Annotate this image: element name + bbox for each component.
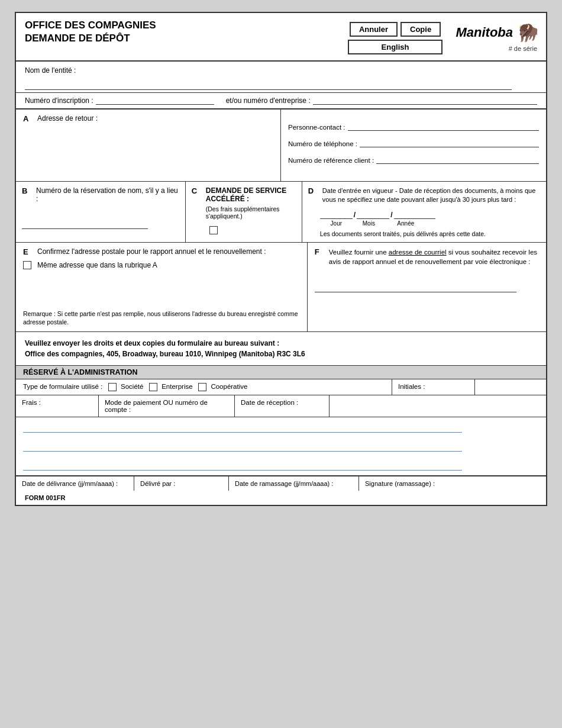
english-button[interactable]: English xyxy=(348,40,443,54)
signature-label: Signature (ramassage) : xyxy=(365,480,435,487)
jour-label: Jour xyxy=(320,220,353,227)
entreprise-field[interactable] xyxy=(313,96,537,105)
serie-label: # de série xyxy=(509,45,537,52)
courriel-field[interactable] xyxy=(315,284,516,292)
date-mois-field[interactable] xyxy=(357,211,389,219)
meme-adresse-checkbox[interactable] xyxy=(23,261,31,269)
send-line2: Office des compagnies, 405, Broadway, bu… xyxy=(25,349,537,359)
section-d-note: Les documents seront traités, puis déliv… xyxy=(320,230,540,237)
section-c-sub: (Des frais supplémentaires s'appliquent.… xyxy=(206,205,296,220)
section-b-label: Numéro de la réservation de nom, s'il y … xyxy=(36,186,179,203)
copie-button[interactable]: Copie xyxy=(400,22,441,37)
section-d-letter: D xyxy=(308,186,318,195)
nom-entite-section: Nom de l'entité : xyxy=(16,62,546,93)
section-c-letter: C xyxy=(192,186,201,195)
mode-label: Mode de paiement OU numéro de compte : xyxy=(105,399,208,413)
admin-header: RÉSERVÉ À L'ADMINISTRATION xyxy=(16,366,546,379)
bison-icon: 🦬 xyxy=(515,22,537,43)
admin-right-span xyxy=(330,395,546,417)
date-jour-field[interactable] xyxy=(320,211,353,219)
entreprise-label: et/ou numéro d'entreprise : xyxy=(226,96,311,105)
inscription-left: Numéro d'inscription : xyxy=(25,96,214,105)
admin-row1: Type de formulaire utilisé : Société Ent… xyxy=(16,379,546,395)
admin-initiales: Initiales : xyxy=(392,379,475,395)
cooperative-label: Coopérative xyxy=(211,383,247,390)
contact-field[interactable] xyxy=(348,123,539,131)
section-d: D Date d'entrée en vigueur - Date de réc… xyxy=(302,182,546,242)
date-delivrance-label: Date de délivrance (jj/mm/aaaa) : xyxy=(22,480,118,487)
section-f-letter: F xyxy=(315,247,324,256)
section-e-letter: E xyxy=(23,247,33,256)
admin-date-reception: Date de réception : xyxy=(235,395,330,417)
section-f-label: Veuillez fournir une adresse de courriel… xyxy=(329,247,539,266)
title-line2: DEMANDE DE DÉPÔT xyxy=(25,33,130,44)
societe-label: Société xyxy=(121,383,143,390)
annee-label: Année xyxy=(385,220,427,227)
delivre-par-label: Délivré par : xyxy=(140,480,175,487)
delivre-par-cell: Délivré par : xyxy=(134,476,229,491)
date-annee-field[interactable] xyxy=(394,211,435,219)
admin-row2: Frais : Mode de paiement OU numéro de co… xyxy=(16,395,546,417)
admin-type: Type de formulaire utilisé : Société Ent… xyxy=(16,379,392,395)
signature-cell: Signature (ramassage) : xyxy=(359,476,546,491)
date-ramassage-cell: Date de ramassage (jj/mm/aaaa) : xyxy=(229,476,359,491)
bottom-row: Date de délivrance (jj/mm/aaaa) : Délivr… xyxy=(16,476,546,491)
reference-field-row: Numéro de référence client : xyxy=(288,156,539,164)
section-e: E Confirmez l'adresse postale pour le ra… xyxy=(16,243,308,331)
nom-entite-label: Nom de l'entité : xyxy=(25,66,76,75)
header-title: OFFICE DES COMPAGNIES DEMANDE DE DÉPÔT xyxy=(25,19,348,45)
date-ramassage-label: Date de ramassage (jj/mm/aaaa) : xyxy=(235,480,333,487)
header-logo: Manitoba 🦬 # de série xyxy=(443,19,537,52)
date-delivrance-cell: Date de délivrance (jj/mm/aaaa) : xyxy=(16,476,134,491)
mois-label: Mois xyxy=(353,220,385,227)
reference-label: Numéro de référence client : xyxy=(288,157,374,164)
section-b-letter: B xyxy=(22,186,31,195)
manitoba-logo: Manitoba 🦬 xyxy=(456,22,537,43)
admin-mode: Mode de paiement OU numéro de compte : xyxy=(99,395,235,417)
inscription-field[interactable] xyxy=(96,96,214,105)
enterprise-checkbox[interactable] xyxy=(149,383,157,391)
admin-frais: Frais : xyxy=(16,395,99,417)
section-a-row: A Adresse de retour : Personne-contact :… xyxy=(16,109,546,182)
section-f: F Veuillez fournir une adresse de courri… xyxy=(308,243,546,331)
enterprise-label: Enterprise xyxy=(162,383,192,390)
section-e-note: Remarque : Si cette partie n'est pas rem… xyxy=(23,310,300,327)
form-header: OFFICE DES COMPAGNIES DEMANDE DE DÉPÔT A… xyxy=(16,13,546,62)
admin-line-3 xyxy=(23,462,462,471)
admin-empty-right xyxy=(475,379,546,395)
inscription-label: Numéro d'inscription : xyxy=(25,96,93,105)
admin-line-1 xyxy=(23,424,462,433)
frais-label: Frais : xyxy=(22,399,41,406)
reference-field[interactable] xyxy=(376,156,539,164)
cooperative-checkbox[interactable] xyxy=(198,383,206,391)
section-a-letter: A xyxy=(23,114,33,123)
admin-line-2 xyxy=(23,443,462,452)
section-c: C DEMANDE DE SERVICE ACCÉLÉRÉ : (Des fra… xyxy=(186,182,302,242)
section-e-label: Confirmez l'adresse postale pour le rapp… xyxy=(37,247,266,256)
telephone-field[interactable] xyxy=(360,139,539,147)
reservation-field[interactable] xyxy=(22,221,148,229)
bcd-row: B Numéro de la réservation de nom, s'il … xyxy=(16,182,546,243)
section-d-label: Date d'entrée en vigueur - Date de récep… xyxy=(322,186,540,205)
annuler-button[interactable]: Annuler xyxy=(350,22,398,37)
admin-lines-area xyxy=(16,417,546,476)
entreprise-right: et/ou numéro d'entreprise : xyxy=(226,96,537,105)
service-accelere-checkbox[interactable] xyxy=(209,226,218,234)
section-a-right: Personne-contact : Numéro de téléphone :… xyxy=(281,109,546,181)
meme-adresse-label: Même adresse que dans la rubrique A xyxy=(37,261,157,269)
date-rec-label: Date de réception : xyxy=(241,399,298,406)
send-info: Veuillez envoyer les droits et deux copi… xyxy=(16,332,546,366)
section-a-label: Adresse de retour : xyxy=(37,114,98,123)
section-c-label: DEMANDE DE SERVICE ACCÉLÉRÉ : xyxy=(206,186,296,203)
type-label: Type de formulaire utilisé : xyxy=(23,383,102,390)
societe-checkbox[interactable] xyxy=(108,383,117,391)
initiales-label: Initiales : xyxy=(398,383,425,390)
nom-entite-field[interactable] xyxy=(25,82,512,90)
send-line1: Veuillez envoyer les droits et deux copi… xyxy=(25,338,537,349)
section-a-left: A Adresse de retour : xyxy=(16,109,281,181)
inscription-section: Numéro d'inscription : et/ou numéro d'en… xyxy=(16,93,546,109)
title-line1: OFFICE DES COMPAGNIES xyxy=(25,20,156,31)
admin-lines-left xyxy=(23,422,462,471)
header-buttons: Annuler Copie English xyxy=(348,19,443,54)
admin-lines-right xyxy=(468,422,539,471)
